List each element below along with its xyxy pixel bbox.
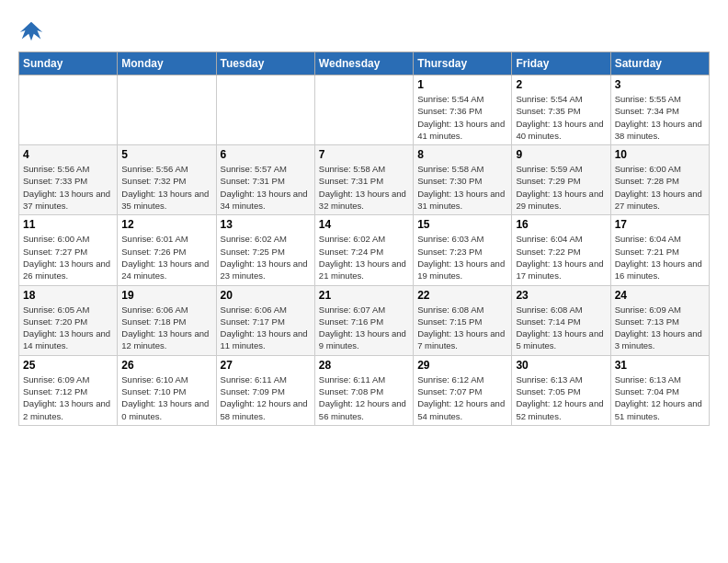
day-number: 7 [319,148,409,161]
day-info: Sunrise: 6:08 AMSunset: 7:15 PMDaylight:… [417,304,507,352]
calendar-week-row: 18Sunrise: 6:05 AMSunset: 7:20 PMDayligh… [19,285,710,355]
weekday-header: Tuesday [216,52,314,75]
calendar-cell: 7Sunrise: 5:58 AMSunset: 7:31 PMDaylight… [314,145,413,215]
day-info: Sunrise: 6:08 AMSunset: 7:14 PMDaylight:… [516,304,606,352]
day-info: Sunrise: 5:56 AMSunset: 7:32 PMDaylight:… [121,163,211,212]
day-info: Sunrise: 5:55 AMSunset: 7:34 PMDaylight:… [615,93,705,142]
weekday-header: Monday [118,52,216,75]
day-number: 13 [221,218,311,231]
day-number: 21 [319,289,409,302]
day-number: 2 [516,78,606,91]
day-info: Sunrise: 6:10 AMSunset: 7:10 PMDaylight:… [121,373,211,422]
logo [18,18,48,44]
calendar-cell: 13Sunrise: 6:02 AMSunset: 7:25 PMDayligh… [216,215,314,285]
day-number: 22 [417,289,507,302]
calendar-cell: 12Sunrise: 6:01 AMSunset: 7:26 PMDayligh… [118,215,216,285]
weekday-header: Saturday [610,52,709,75]
day-info: Sunrise: 5:57 AMSunset: 7:31 PMDaylight:… [221,163,311,212]
svg-marker-0 [20,22,42,41]
weekday-header: Friday [512,52,610,75]
day-number: 28 [319,359,409,372]
calendar-cell: 16Sunrise: 6:04 AMSunset: 7:22 PMDayligh… [512,215,610,285]
weekday-header: Thursday [414,52,512,75]
calendar-cell: 28Sunrise: 6:11 AMSunset: 7:08 PMDayligh… [314,355,413,425]
day-number: 25 [23,359,113,372]
day-number: 17 [615,218,705,231]
day-info: Sunrise: 5:58 AMSunset: 7:31 PMDaylight:… [319,163,409,212]
calendar-week-row: 11Sunrise: 6:00 AMSunset: 7:27 PMDayligh… [19,215,710,285]
day-number: 27 [221,359,311,372]
calendar-week-row: 25Sunrise: 6:09 AMSunset: 7:12 PMDayligh… [19,355,710,425]
day-info: Sunrise: 6:02 AMSunset: 7:25 PMDaylight:… [221,233,311,282]
day-info: Sunrise: 5:56 AMSunset: 7:33 PMDaylight:… [23,163,113,212]
day-number: 16 [516,218,606,231]
day-number: 8 [417,148,507,161]
calendar: SundayMondayTuesdayWednesdayThursdayFrid… [18,52,710,426]
calendar-cell: 21Sunrise: 6:07 AMSunset: 7:16 PMDayligh… [314,285,413,355]
day-number: 12 [121,218,211,231]
day-number: 30 [516,359,606,372]
day-number: 4 [23,148,113,161]
day-info: Sunrise: 6:11 AMSunset: 7:09 PMDaylight:… [221,373,311,422]
day-number: 31 [615,359,705,372]
day-info: Sunrise: 5:54 AMSunset: 7:36 PMDaylight:… [417,93,507,142]
day-info: Sunrise: 6:00 AMSunset: 7:28 PMDaylight:… [615,163,705,212]
calendar-cell: 15Sunrise: 6:03 AMSunset: 7:23 PMDayligh… [414,215,512,285]
calendar-header-row: SundayMondayTuesdayWednesdayThursdayFrid… [19,52,710,75]
calendar-cell: 9Sunrise: 5:59 AMSunset: 7:29 PMDaylight… [512,145,610,215]
day-info: Sunrise: 6:11 AMSunset: 7:08 PMDaylight:… [319,373,409,422]
calendar-cell: 11Sunrise: 6:00 AMSunset: 7:27 PMDayligh… [19,215,118,285]
day-number: 6 [221,148,311,161]
calendar-cell: 10Sunrise: 6:00 AMSunset: 7:28 PMDayligh… [610,145,709,215]
calendar-cell [314,75,413,145]
calendar-cell: 25Sunrise: 6:09 AMSunset: 7:12 PMDayligh… [19,355,118,425]
day-info: Sunrise: 6:06 AMSunset: 7:18 PMDaylight:… [121,304,211,352]
day-info: Sunrise: 6:01 AMSunset: 7:26 PMDaylight:… [121,233,211,282]
day-number: 15 [417,218,507,231]
header [18,18,710,44]
calendar-cell: 3Sunrise: 5:55 AMSunset: 7:34 PMDaylight… [610,75,709,145]
calendar-cell: 31Sunrise: 6:13 AMSunset: 7:04 PMDayligh… [610,355,709,425]
day-info: Sunrise: 6:13 AMSunset: 7:05 PMDaylight:… [516,373,606,422]
calendar-cell: 6Sunrise: 5:57 AMSunset: 7:31 PMDaylight… [216,145,314,215]
calendar-cell: 1Sunrise: 5:54 AMSunset: 7:36 PMDaylight… [414,75,512,145]
calendar-cell: 17Sunrise: 6:04 AMSunset: 7:21 PMDayligh… [610,215,709,285]
day-number: 5 [121,148,211,161]
calendar-cell: 20Sunrise: 6:06 AMSunset: 7:17 PMDayligh… [216,285,314,355]
weekday-header: Sunday [19,52,118,75]
calendar-cell [118,75,216,145]
calendar-cell: 14Sunrise: 6:02 AMSunset: 7:24 PMDayligh… [314,215,413,285]
day-number: 23 [516,289,606,302]
calendar-cell [19,75,118,145]
day-number: 14 [319,218,409,231]
day-number: 9 [516,148,606,161]
calendar-cell: 27Sunrise: 6:11 AMSunset: 7:09 PMDayligh… [216,355,314,425]
calendar-cell: 24Sunrise: 6:09 AMSunset: 7:13 PMDayligh… [610,285,709,355]
day-info: Sunrise: 6:13 AMSunset: 7:04 PMDaylight:… [615,373,705,422]
day-number: 26 [121,359,211,372]
day-info: Sunrise: 6:07 AMSunset: 7:16 PMDaylight:… [319,304,409,352]
calendar-cell: 30Sunrise: 6:13 AMSunset: 7:05 PMDayligh… [512,355,610,425]
calendar-cell: 22Sunrise: 6:08 AMSunset: 7:15 PMDayligh… [414,285,512,355]
day-info: Sunrise: 5:59 AMSunset: 7:29 PMDaylight:… [516,163,606,212]
day-number: 29 [417,359,507,372]
weekday-header: Wednesday [314,52,413,75]
calendar-cell: 4Sunrise: 5:56 AMSunset: 7:33 PMDaylight… [19,145,118,215]
day-info: Sunrise: 6:09 AMSunset: 7:13 PMDaylight:… [615,304,705,352]
day-number: 19 [121,289,211,302]
day-info: Sunrise: 6:06 AMSunset: 7:17 PMDaylight:… [221,304,311,352]
calendar-cell [216,75,314,145]
day-info: Sunrise: 6:09 AMSunset: 7:12 PMDaylight:… [23,373,113,422]
day-number: 1 [417,78,507,91]
day-number: 24 [615,289,705,302]
day-info: Sunrise: 6:02 AMSunset: 7:24 PMDaylight:… [319,233,409,282]
day-number: 3 [615,78,705,91]
calendar-cell: 26Sunrise: 6:10 AMSunset: 7:10 PMDayligh… [118,355,216,425]
day-number: 20 [221,289,311,302]
day-number: 18 [23,289,113,302]
day-number: 10 [615,148,705,161]
day-info: Sunrise: 5:54 AMSunset: 7:35 PMDaylight:… [516,93,606,142]
day-info: Sunrise: 6:03 AMSunset: 7:23 PMDaylight:… [417,233,507,282]
day-info: Sunrise: 6:04 AMSunset: 7:22 PMDaylight:… [516,233,606,282]
calendar-cell: 5Sunrise: 5:56 AMSunset: 7:32 PMDaylight… [118,145,216,215]
